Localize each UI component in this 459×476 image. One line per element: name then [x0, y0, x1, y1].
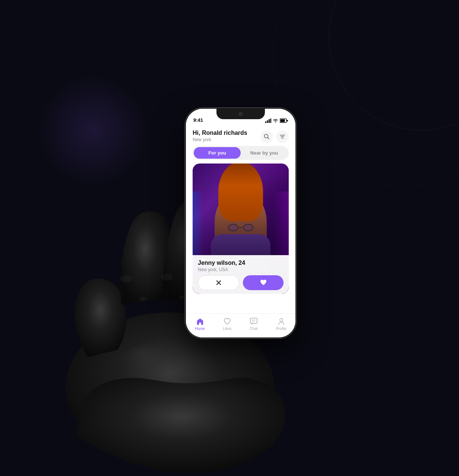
glasses-lens-right — [243, 224, 253, 231]
svg-rect-17 — [287, 120, 288, 121]
svg-rect-13 — [270, 118, 272, 123]
svg-rect-11 — [267, 120, 268, 123]
nav-label-home: Home — [195, 327, 205, 331]
like-button[interactable] — [243, 275, 284, 290]
svg-point-6 — [120, 275, 132, 283]
tab-near-by[interactable]: Near by you — [241, 147, 288, 159]
nav-item-profile[interactable]: Profile — [276, 317, 286, 331]
wifi-icon — [273, 118, 278, 123]
profile-name: Jenny wilson, 24 — [198, 260, 284, 266]
figure-hair — [218, 164, 263, 221]
status-icons — [265, 118, 288, 123]
action-buttons — [198, 275, 284, 290]
glasses-bridge — [239, 227, 242, 228]
header-actions — [260, 130, 289, 143]
profile-card[interactable]: 2.5 Km Jenny wilson, 24 New york, USA — [193, 164, 289, 294]
likes-icon — [223, 317, 231, 326]
phone-notch — [216, 109, 265, 119]
phone-screen: 9:41 — [186, 109, 295, 337]
nav-item-chat[interactable]: Chat — [250, 317, 258, 331]
chat-icon — [250, 317, 258, 326]
svg-point-1 — [138, 297, 153, 306]
nav-item-home[interactable]: Home — [195, 317, 205, 331]
glasses-lens-left — [228, 224, 238, 231]
svg-rect-16 — [281, 120, 285, 122]
profile-icon — [277, 317, 285, 326]
nav-item-likes[interactable]: Likes — [223, 317, 231, 331]
svg-rect-25 — [250, 318, 257, 323]
svg-line-19 — [268, 138, 269, 139]
profile-info-overlay: Jenny wilson, 24 New york, USA — [193, 255, 289, 294]
phone-mockup: 9:41 — [185, 108, 297, 339]
phone-frame: 9:41 — [185, 108, 297, 339]
filter-icon — [279, 134, 285, 140]
profile-location-text: New york, USA — [198, 267, 284, 272]
header-text: Hi, Ronald richards New york — [193, 130, 247, 142]
figure-glasses — [228, 224, 254, 231]
reject-button[interactable] — [198, 275, 239, 290]
app-content: Hi, Ronald richards New york — [186, 125, 295, 337]
status-time: 9:41 — [193, 117, 203, 123]
signal-icon — [265, 118, 271, 123]
search-button[interactable] — [260, 130, 273, 143]
location-text: New york — [193, 137, 247, 142]
svg-point-5 — [114, 342, 203, 402]
svg-point-7 — [161, 273, 172, 281]
like-heart-icon — [260, 279, 267, 286]
tab-for-you[interactable]: For you — [194, 147, 241, 159]
search-icon — [264, 134, 270, 140]
bottom-nav: Home Likes — [186, 313, 295, 337]
tabs-container: For you Near by you — [186, 146, 295, 164]
svg-rect-12 — [269, 119, 270, 123]
scene-container: 9:41 — [62, 33, 397, 443]
battery-icon — [280, 118, 288, 123]
svg-rect-10 — [265, 121, 266, 123]
nav-label-chat: Chat — [250, 327, 257, 331]
home-icon — [196, 317, 204, 326]
tabs: For you Near by you — [193, 146, 289, 160]
reject-icon — [215, 279, 222, 286]
app-header: Hi, Ronald richards New york — [186, 125, 295, 146]
filter-button[interactable] — [276, 130, 289, 143]
greeting-text: Hi, Ronald richards — [193, 130, 247, 136]
notch-camera — [239, 112, 243, 116]
nav-label-likes: Likes — [223, 327, 231, 331]
nav-label-profile: Profile — [276, 327, 286, 331]
svg-point-28 — [280, 318, 283, 321]
svg-point-14 — [275, 122, 276, 123]
